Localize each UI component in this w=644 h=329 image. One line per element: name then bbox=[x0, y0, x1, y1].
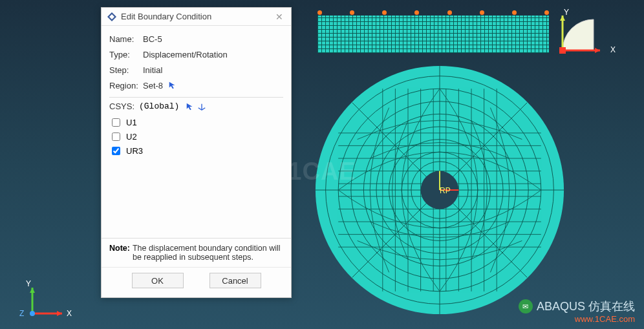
svg-line-54 bbox=[199, 107, 202, 110]
svg-point-50 bbox=[30, 311, 35, 316]
u2-checkbox[interactable] bbox=[112, 133, 120, 141]
divider bbox=[109, 97, 283, 98]
axis-x-label: X bbox=[610, 45, 616, 54]
row-type: Type: Displacement/Rotation bbox=[109, 47, 283, 62]
bc-dot bbox=[382, 10, 387, 15]
bc-dot bbox=[317, 10, 322, 15]
watermark-text: ABAQUS 仿真在线 bbox=[537, 299, 635, 314]
viewport[interactable]: RP X Y Y X Z 1CAE ✉ ABAQUS 仿真在线 www.1CAE… bbox=[0, 0, 644, 329]
dof-list: U1 U2 UR3 bbox=[109, 115, 283, 158]
svg-marker-47 bbox=[57, 311, 62, 316]
axis-z-label-scene: Z bbox=[19, 309, 24, 318]
title-bar[interactable]: Edit Boundary Condition ✕ bbox=[102, 8, 291, 26]
type-value: Displacement/Rotation bbox=[143, 50, 228, 59]
row-name: Name: BC-5 bbox=[109, 31, 283, 47]
axis-x-label-scene: X bbox=[67, 309, 72, 318]
bc-markers bbox=[317, 10, 549, 16]
close-icon[interactable]: ✕ bbox=[273, 12, 286, 22]
ur3-checkbox[interactable] bbox=[112, 147, 120, 155]
region-label: Region: bbox=[109, 81, 143, 90]
u1-label: U1 bbox=[126, 118, 137, 127]
u2-label: U2 bbox=[126, 132, 137, 142]
cancel-button[interactable]: Cancel bbox=[209, 273, 261, 288]
mesh-rect bbox=[317, 16, 549, 53]
bc-dot bbox=[544, 10, 549, 15]
note-text: The displacement boundary condition will… bbox=[133, 244, 283, 262]
svg-rect-45 bbox=[559, 47, 566, 54]
rp-label: RP bbox=[440, 186, 451, 195]
view-triad bbox=[555, 12, 606, 63]
svg-marker-49 bbox=[30, 288, 35, 293]
row-region: Region: Set-8 bbox=[109, 78, 283, 93]
bc-dot bbox=[480, 10, 484, 15]
csys-label: CSYS: bbox=[109, 101, 135, 111]
bc-dot bbox=[414, 10, 419, 15]
dialog-title: Edit Boundary Condition bbox=[121, 12, 273, 21]
bc-dot bbox=[447, 10, 452, 15]
name-value: BC-5 bbox=[143, 34, 162, 44]
axis-y-label-scene: Y bbox=[26, 279, 31, 288]
type-label: Type: bbox=[109, 50, 143, 59]
svg-marker-42 bbox=[595, 48, 600, 53]
dof-ur3[interactable]: UR3 bbox=[109, 143, 283, 158]
dof-u1[interactable]: U1 bbox=[109, 115, 283, 129]
row-csys: CSYS: (Global) bbox=[109, 101, 283, 111]
dialog-body: Name: BC-5 Type: Displacement/Rotation S… bbox=[102, 26, 291, 160]
name-label: Name: bbox=[109, 34, 143, 44]
bc-dot bbox=[512, 10, 517, 15]
ok-button[interactable]: OK bbox=[132, 273, 184, 288]
pick-csys-icon[interactable] bbox=[186, 102, 195, 111]
step-value: Initial bbox=[143, 65, 162, 75]
edit-bc-dialog: Edit Boundary Condition ✕ Name: BC-5 Typ… bbox=[101, 7, 292, 298]
svg-line-55 bbox=[202, 107, 205, 110]
grid-lines bbox=[317, 16, 549, 53]
bc-dot bbox=[350, 10, 354, 15]
note-label: Note: bbox=[109, 244, 130, 262]
dof-u2[interactable]: U2 bbox=[109, 129, 283, 143]
step-label: Step: bbox=[109, 65, 143, 75]
u1-checkbox[interactable] bbox=[112, 118, 120, 127]
note-area: Note: The displacement boundary conditio… bbox=[102, 238, 291, 267]
row-step: Step: Initial bbox=[109, 62, 283, 78]
region-value: Set-8 bbox=[143, 81, 163, 90]
axis-y-label: Y bbox=[564, 8, 569, 17]
app-icon bbox=[107, 12, 117, 22]
csys-value: (Global) bbox=[139, 101, 179, 111]
create-csys-icon[interactable] bbox=[197, 102, 206, 111]
watermark-url: www.1CAE.com bbox=[575, 314, 635, 324]
chat-icon: ✉ bbox=[519, 299, 533, 313]
button-bar: OK Cancel bbox=[102, 267, 291, 296]
pick-region-icon[interactable] bbox=[168, 81, 177, 90]
ur3-label: UR3 bbox=[126, 146, 143, 156]
watermark-bottom-right: ✉ ABAQUS 仿真在线 www.1CAE.com bbox=[519, 299, 635, 324]
